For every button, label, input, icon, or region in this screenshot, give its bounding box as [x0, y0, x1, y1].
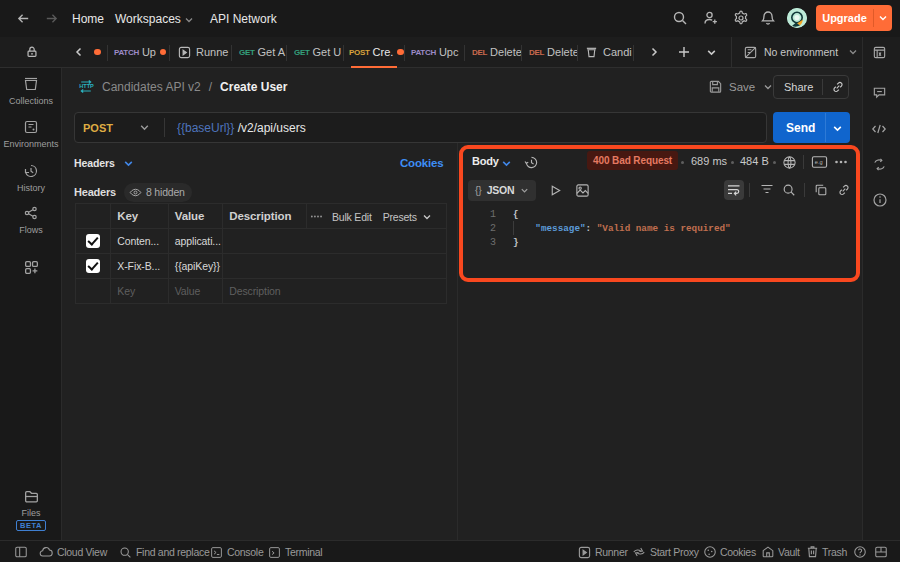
svg-text:HTTP: HTTP [79, 84, 94, 90]
svg-text:e.g: e.g [815, 159, 823, 165]
